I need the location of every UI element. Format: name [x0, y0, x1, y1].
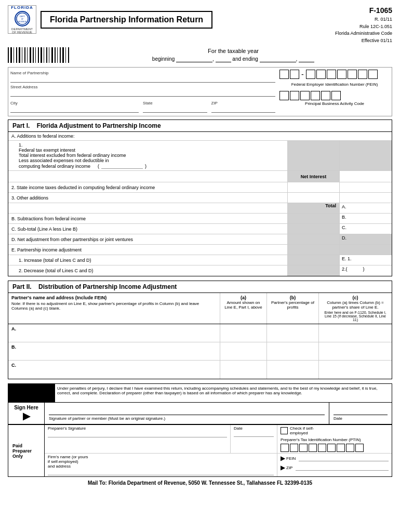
city-block: City: [10, 99, 139, 115]
street-field[interactable]: [10, 89, 275, 97]
part2-row-a: A.: [8, 324, 392, 342]
ptin-label: Preparer's Tax Identification Number (PT…: [281, 437, 389, 442]
part2-row-b: B.: [8, 342, 392, 361]
part2-row-a-col-c[interactable]: [319, 324, 392, 342]
fein-cell-2[interactable]: [290, 70, 299, 79]
total-row-label: [8, 203, 288, 213]
firm-fein-line[interactable]: [299, 455, 389, 461]
part2-row-c-col-b[interactable]: [267, 361, 319, 379]
fein-arrow-row: ▶ FEIN: [281, 455, 296, 462]
info-section: Name of Partnership Street Address City …: [8, 67, 392, 116]
date-label: Date: [334, 416, 388, 421]
sign-section: Under penalties of perjury, I declare th…: [8, 383, 392, 477]
ptin-cells: [281, 444, 389, 452]
signature-line[interactable]: [49, 405, 325, 415]
signature-area[interactable]: Signature of partner or member (Must be …: [45, 403, 329, 424]
pbac-cell-6[interactable]: [331, 91, 341, 100]
line-c-cell[interactable]: C.: [340, 224, 392, 234]
form-title: Florida Partnership Information Return: [41, 11, 212, 29]
line-e2-row: 2. Decrease (total of Lines C and D) 2.(…: [8, 265, 392, 276]
name-field[interactable]: [10, 75, 275, 83]
firm-name-line[interactable]: [48, 469, 274, 475]
part2-row-b-col-c[interactable]: [319, 342, 392, 360]
preparers-date-line[interactable]: [234, 431, 274, 437]
line-e-header-label: E. Partnership income adjustment: [8, 245, 288, 255]
fein-cell-7[interactable]: [348, 70, 357, 79]
line3-total[interactable]: [340, 193, 392, 203]
part2-row-c-col-c[interactable]: [319, 361, 392, 379]
pbac-cell-5[interactable]: [321, 91, 330, 100]
date-line[interactable]: [334, 405, 388, 415]
taxable-year-section: For the taxable year beginning , and end…: [74, 48, 392, 62]
logo-florida-text: FLORIDA: [11, 5, 33, 10]
ptin-cell-9[interactable]: [355, 444, 364, 452]
ptin-cell-6[interactable]: [327, 444, 336, 452]
beginning-label: beginning: [152, 56, 175, 62]
part2-row-b-col-a[interactable]: [220, 342, 267, 360]
net-interest-label: Net Interest: [288, 171, 340, 182]
line2-amount[interactable]: [288, 182, 340, 192]
net-interest-value[interactable]: [340, 171, 392, 182]
sign-here-box: Sign Here ▶: [8, 403, 45, 424]
part2-row-a-col-b[interactable]: [267, 324, 319, 342]
barcode: [8, 47, 69, 63]
line-b-cell[interactable]: B.: [340, 214, 392, 223]
ptin-cell-8[interactable]: [346, 444, 354, 452]
fein-cell-6[interactable]: [337, 70, 346, 79]
fein-cell-5[interactable]: [327, 70, 336, 79]
state-field[interactable]: [143, 105, 207, 113]
line-e2-label: 2. Decrease (total of Lines C and D): [8, 265, 288, 276]
part2-row-b-col-b[interactable]: [267, 342, 319, 360]
fein-cell-9[interactable]: [368, 70, 378, 79]
fein-cell-8[interactable]: [358, 70, 367, 79]
part2-row-c-col-a[interactable]: [220, 361, 267, 379]
line-e2-cell[interactable]: 2.( ): [340, 265, 392, 276]
ptin-cell-3[interactable]: [299, 444, 308, 452]
preparers-sig-line[interactable]: [48, 431, 227, 437]
fein-cell-1[interactable]: [279, 70, 289, 79]
ptin-cell-5[interactable]: [318, 444, 326, 452]
paid-row1: Preparer's Signature Date Check if self-…: [45, 425, 392, 454]
zip-field[interactable]: [211, 105, 276, 113]
pbac-cell-1[interactable]: [279, 91, 289, 100]
line1-total-shaded: [340, 141, 392, 170]
city-field[interactable]: [10, 105, 139, 113]
preparers-sig-area: Preparer's Signature: [45, 425, 231, 453]
line-e2-amount-shaded: [288, 265, 340, 276]
ptin-cell-2[interactable]: [290, 444, 298, 452]
ptin-cell-7[interactable]: [337, 444, 345, 452]
net-interest-empty: [8, 171, 288, 182]
form-rule: Rule 12C-1.051: [335, 23, 392, 31]
form-effective: Effective 01/11: [335, 37, 392, 45]
line-e1-cell[interactable]: E. 1.: [340, 255, 392, 265]
ptin-cell-1[interactable]: [281, 444, 289, 452]
sign-here-row: Sign Here ▶ Signature of partner or memb…: [8, 403, 392, 424]
self-employed-checkbox[interactable]: [281, 427, 288, 434]
part2-col-a-label: Amount shown on Line E, Part I, above: [223, 300, 263, 310]
zip-label-firm: ZIP: [286, 466, 292, 470]
total-amount-shaded: Total: [288, 203, 340, 213]
part2-row-a-col-a[interactable]: [220, 324, 267, 342]
fein-area: -: [279, 70, 390, 79]
line3-amount[interactable]: [288, 193, 340, 203]
line-a-letter: A.: [340, 203, 392, 210]
zip-arrow-row: ▶ ZIP: [281, 464, 292, 471]
firm-zip-line[interactable]: [296, 464, 389, 471]
ptin-cell-4[interactable]: [309, 444, 317, 452]
pbac-cell-2[interactable]: [290, 91, 299, 100]
line2-total[interactable]: [340, 182, 392, 192]
zip-block: ZIP: [211, 99, 276, 115]
line-e2-letter: 2.( ): [340, 265, 392, 273]
fein-cell-3[interactable]: [306, 70, 315, 79]
line-b-row: B. Subtractions from federal income B.: [8, 214, 392, 224]
line-a-cell[interactable]: A.: [340, 203, 392, 213]
info-right: - Federal Employer Identification Number…: [277, 68, 392, 116]
svg-text:REVENUE: REVENUE: [18, 21, 27, 23]
part2-row-c-label: C.: [8, 361, 220, 379]
total-label-text: Total: [288, 203, 339, 208]
footer: Mail To: Florida Department of Revenue, …: [8, 480, 392, 486]
perjury-text: Under penalties of perjury, I declare th…: [55, 384, 392, 402]
fein-cell-4[interactable]: [316, 70, 326, 79]
pbac-cell-4[interactable]: [311, 91, 320, 100]
pbac-cell-3[interactable]: [300, 91, 310, 100]
